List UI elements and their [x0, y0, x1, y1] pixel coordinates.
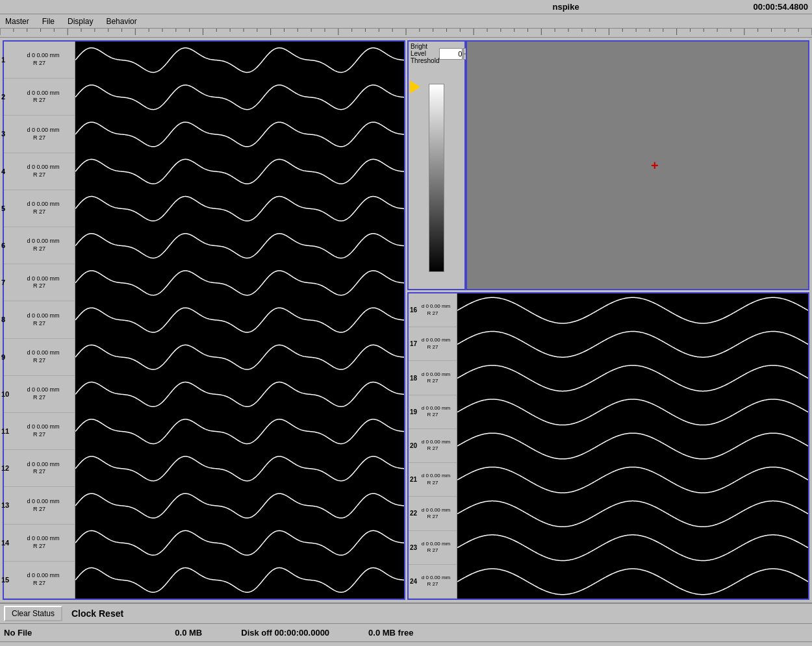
left-eeg-display[interactable] — [75, 42, 404, 599]
channel-label-16: 16d 0 0.00 mmR 27 — [409, 293, 457, 327]
channel-label-3: 3d 0 0.00 mmR 27 — [4, 116, 75, 153]
channel-label-18: 18d 0 0.00 mmR 27 — [409, 361, 457, 395]
channel-label-15: 15d 0 0.00 mmR 27 — [4, 562, 75, 599]
channel-label-19: 19d 0 0.00 mmR 27 — [409, 395, 457, 429]
left-eeg-panel: 1d 0 0.00 mmR 272d 0 0.00 mmR 273d 0 0.0… — [3, 40, 405, 600]
channel-label-24: 24d 0 0.00 mmR 27 — [409, 565, 457, 599]
clock-display: 00:00:54.4800 — [753, 2, 808, 12]
threshold-slider-area: Bright Level Threshold ▲ ▼ — [407, 40, 466, 290]
right-channel-labels: 16d 0 0.00 mmR 2717d 0 0.00 mmR 2718d 0 … — [409, 293, 457, 599]
status-bar: Clear Status Clock Reset — [0, 603, 812, 623]
channel-label-23: 23d 0 0.00 mmR 27 — [409, 531, 457, 565]
channel-label-14: 14d 0 0.00 mmR 27 — [4, 525, 75, 562]
menu-display[interactable]: Display — [65, 16, 95, 27]
bottom-bar: No File 0.0 MB Disk off 00:00:00.0000 0.… — [0, 623, 812, 641]
file-size: 0.0 MB — [175, 628, 202, 638]
threshold-pointer — [410, 81, 420, 93]
threshold-input[interactable] — [439, 48, 463, 60]
channel-label-21: 21d 0 0.00 mmR 27 — [409, 463, 457, 497]
clear-status-button[interactable]: Clear Status — [4, 606, 62, 621]
threshold-label: Bright Level Threshold — [411, 43, 439, 64]
bottom-right-eeg-panel: 16d 0 0.00 mmR 2717d 0 0.00 mmR 2718d 0 … — [407, 292, 809, 600]
menu-behavior[interactable]: Behavior — [103, 16, 139, 27]
channel-label-9: 9d 0 0.00 mmR 27 — [4, 339, 75, 376]
top-right-area: Bright Level Threshold ▲ ▼ — [407, 40, 809, 290]
title-bar: nspike 00:00:54.4800 — [0, 0, 812, 14]
free-space: 0.0 MB free — [368, 628, 413, 638]
clock-reset-label: Clock Reset — [68, 607, 127, 620]
channel-label-6: 6d 0 0.00 mmR 27 — [4, 227, 75, 264]
no-file-label: No File — [4, 628, 32, 638]
right-eeg-display[interactable] — [457, 293, 808, 599]
right-side: Bright Level Threshold ▲ ▼ — [407, 40, 809, 600]
gray-display-panel[interactable] — [466, 40, 809, 290]
channel-label-4: 4d 0 0.00 mmR 27 — [4, 153, 75, 190]
channel-label-5: 5d 0 0.00 mmR 27 — [4, 190, 75, 227]
channel-label-2: 2d 0 0.00 mmR 27 — [4, 79, 75, 116]
channel-label-13: 13d 0 0.00 mmR 27 — [4, 487, 75, 524]
menu-bar: Master File Display Behavior — [0, 14, 812, 29]
crosshair — [651, 158, 659, 173]
channel-label-11: 11d 0 0.00 mmR 27 — [4, 413, 75, 450]
menu-file[interactable]: File — [40, 16, 57, 27]
menu-master[interactable]: Master — [3, 16, 32, 27]
channel-label-20: 20d 0 0.00 mmR 27 — [409, 429, 457, 463]
channel-label-10: 10d 0 0.00 mmR 27 — [4, 376, 75, 413]
threshold-header: Bright Level Threshold ▲ ▼ — [409, 42, 464, 66]
app-title: nspike — [379, 2, 754, 12]
channel-label-17: 17d 0 0.00 mmR 27 — [409, 327, 457, 361]
ruler-bar: // ticks rendered via JS below — [0, 29, 812, 38]
channel-label-7: 7d 0 0.00 mmR 27 — [4, 264, 75, 301]
channel-label-1: 1d 0 0.00 mmR 27 — [4, 42, 75, 79]
disk-status: Disk off 00:00:00.0000 — [241, 628, 329, 638]
left-channel-labels: 1d 0 0.00 mmR 272d 0 0.00 mmR 273d 0 0.0… — [4, 42, 75, 599]
threshold-gradient-bar[interactable] — [429, 84, 444, 272]
top-ticks — [467, 42, 808, 49]
channel-label-22: 22d 0 0.00 mmR 27 — [409, 497, 457, 530]
tabs-bar: EEG / Position — [0, 641, 812, 646]
eeg-container: 1d 0 0.00 mmR 272d 0 0.00 mmR 273d 0 0.0… — [0, 38, 812, 603]
channel-label-12: 12d 0 0.00 mmR 27 — [4, 450, 75, 487]
channel-label-8: 8d 0 0.00 mmR 27 — [4, 301, 75, 338]
